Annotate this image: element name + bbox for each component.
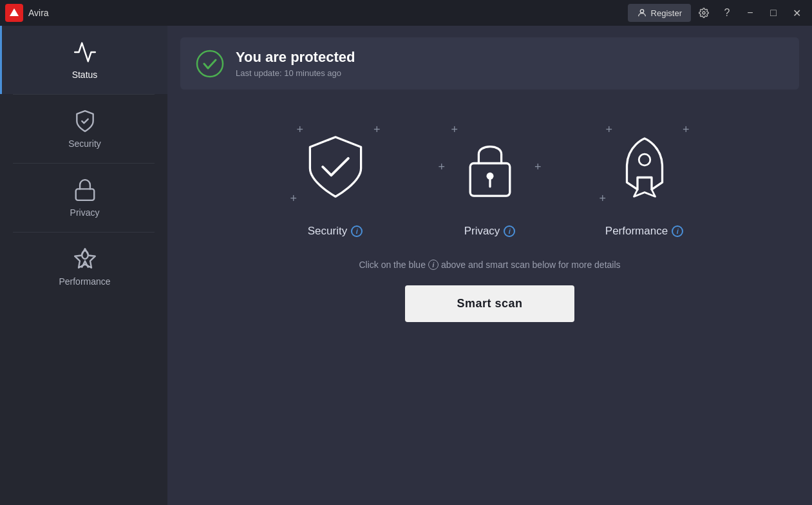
smart-scan-wrap: Smart scan — [167, 276, 812, 335]
shield-check-icon — [300, 131, 371, 202]
maximize-button[interactable]: □ — [763, 3, 784, 23]
svg-point-0 — [640, 10, 643, 13]
privacy-sidebar-icon — [73, 178, 97, 202]
svg-rect-2 — [75, 189, 94, 200]
main-layout: Status Security Privacy — [0, 26, 812, 505]
privacy-info-button[interactable]: i — [504, 225, 515, 237]
security-sidebar-icon — [73, 109, 97, 133]
hint-info-icon: i — [428, 260, 439, 270]
help-button[interactable]: ? — [717, 3, 737, 23]
plus-decoration: + — [290, 192, 297, 205]
features-area: + + + Security i + + + — [167, 96, 812, 251]
status-icon — [73, 40, 97, 64]
svg-point-8 — [639, 154, 650, 166]
plus-decoration: + — [534, 160, 542, 174]
status-text: You are protected Last update: 10 minute… — [236, 49, 355, 78]
feature-privacy[interactable]: + + + Privacy i — [439, 115, 542, 238]
svg-point-1 — [703, 12, 705, 14]
sidebar-item-security[interactable]: Security — [0, 95, 167, 163]
feature-security[interactable]: + + + Security i — [284, 115, 387, 238]
performance-sidebar-icon — [73, 247, 97, 271]
status-bar: You are protected Last update: 10 minute… — [180, 37, 799, 90]
plus-decoration: + — [600, 192, 607, 205]
sidebar-item-performance[interactable]: Performance — [0, 233, 167, 301]
hint-text: Click on the blue i above and smart scan… — [167, 251, 812, 276]
svg-point-4 — [197, 51, 223, 77]
performance-feature-icon-wrap: + + + — [593, 115, 696, 218]
plus-decoration: + — [439, 160, 446, 174]
security-feature-label: Security i — [308, 225, 363, 238]
privacy-feature-icon-wrap: + + + — [439, 115, 542, 218]
plus-decoration: + — [297, 123, 304, 137]
sidebar-item-label: Status — [72, 70, 98, 80]
sidebar-item-label: Performance — [59, 276, 110, 287]
privacy-feature-label: Privacy i — [464, 225, 516, 238]
settings-button[interactable] — [694, 3, 714, 23]
smart-scan-button[interactable]: Smart scan — [405, 285, 574, 322]
svg-point-6 — [486, 173, 493, 180]
sidebar-item-label: Privacy — [70, 207, 100, 218]
app-name: Avira — [28, 8, 49, 18]
plus-decoration: + — [606, 123, 613, 137]
avira-icon — [5, 4, 23, 22]
security-feature-icon-wrap: + + + — [284, 115, 387, 218]
sidebar-item-privacy[interactable]: Privacy — [0, 164, 167, 232]
minimize-button[interactable]: − — [740, 3, 760, 23]
person-icon — [637, 8, 647, 18]
performance-info-button[interactable]: i — [672, 225, 683, 237]
titlebar: Avira Register ? − □ ✕ — [0, 0, 812, 26]
lock-icon — [455, 131, 525, 202]
app-logo: Avira — [5, 4, 49, 22]
sidebar-item-status[interactable]: Status — [0, 26, 167, 94]
protected-icon — [196, 50, 224, 78]
sidebar: Status Security Privacy — [0, 26, 167, 505]
sidebar-item-label: Security — [68, 138, 101, 149]
status-title: You are protected — [236, 49, 355, 66]
close-button[interactable]: ✕ — [786, 3, 807, 23]
titlebar-controls: Register ? − □ ✕ — [628, 3, 807, 23]
gear-icon — [699, 8, 709, 18]
plus-decoration: + — [683, 123, 690, 137]
svg-point-3 — [82, 251, 88, 259]
performance-feature-label: Performance i — [605, 225, 683, 238]
plus-decoration: + — [451, 123, 458, 137]
register-button[interactable]: Register — [628, 4, 691, 22]
feature-performance[interactable]: + + + Performance i — [593, 115, 696, 238]
plus-decoration: + — [373, 123, 381, 137]
rocket-icon — [609, 131, 680, 202]
security-info-button[interactable]: i — [351, 225, 363, 237]
content-area: You are protected Last update: 10 minute… — [167, 26, 812, 505]
status-subtitle: Last update: 10 minutes ago — [236, 68, 355, 78]
